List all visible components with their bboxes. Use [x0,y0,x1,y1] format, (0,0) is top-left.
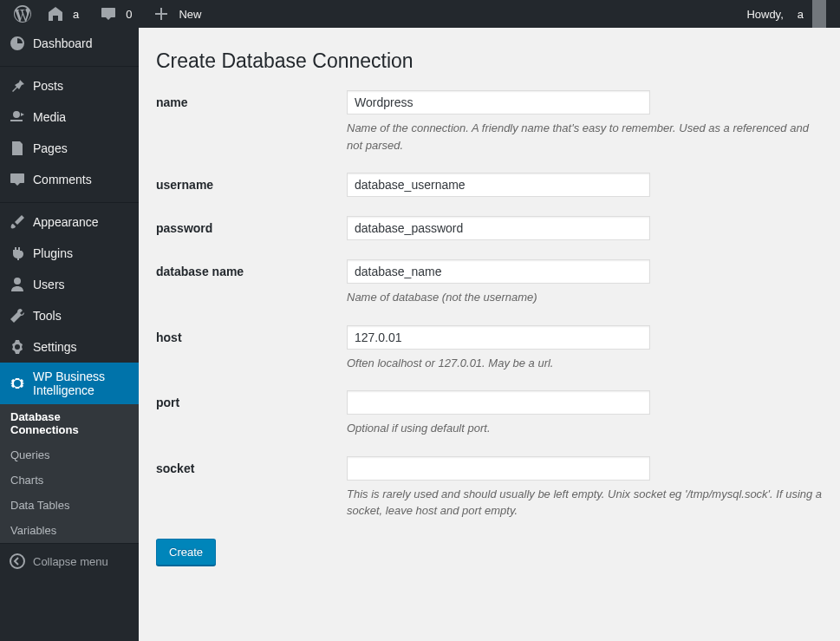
desc-socket: This is rarely used and should usually b… [347,486,823,520]
sidebar-item-posts[interactable]: Posts [0,70,139,101]
comment-count: 0 [120,0,137,28]
plus-icon [153,5,170,23]
page-title: Create Database Connection [156,49,823,73]
sidebar-item-tools[interactable]: Tools [0,300,139,331]
media-icon [9,108,26,126]
desc-dbname: Name of database (not the username) [347,289,823,306]
submenu-charts[interactable]: Charts [0,468,139,493]
host-input[interactable] [347,325,650,350]
comment-icon [100,5,117,23]
svg-point-0 [10,554,24,568]
wp-logo[interactable] [9,0,36,28]
label-name: name [156,90,347,154]
collapse-icon [9,553,26,570]
plugin-icon [9,245,26,262]
sidebar-item-wp-business-intelligence[interactable]: WP Business Intelligence [0,363,139,404]
wrench-icon [9,307,26,324]
page-icon [9,140,26,157]
label-port: port [156,390,347,437]
submenu-database-connections[interactable]: Database Connections [0,404,139,442]
create-button[interactable]: Create [156,539,216,566]
submenu-queries[interactable]: Queries [0,442,139,468]
collapse-menu[interactable]: Collapse menu [0,543,139,579]
sidebar-item-label: Plugins [33,246,73,260]
dashboard-icon [9,35,26,52]
home-icon [47,5,64,23]
sidebar-item-label: Pages [33,141,68,155]
label-password: password [156,216,347,240]
settings-icon [9,338,26,356]
sidebar-item-label: Users [33,278,65,291]
sidebar-item-label: Appearance [33,215,99,229]
comments-link[interactable]: 0 [94,0,142,28]
gear-icon [9,375,26,392]
label-dbname: database name [156,259,347,306]
name-input[interactable] [347,90,650,114]
site-name: a [68,0,84,28]
brush-icon [9,213,26,231]
label-socket: socket [156,456,347,520]
user-icon [9,276,26,293]
username-input[interactable] [347,173,650,197]
sidebar-item-label: Dashboard [33,36,93,50]
sidebar-item-label: WP Business Intelligence [33,370,130,397]
howdy-prefix: Howdy, [741,0,788,28]
sidebar-item-dashboard[interactable]: Dashboard [0,28,139,59]
sidebar-item-label: Settings [33,340,77,354]
desc-port: Optional if using default port. [347,420,823,437]
pin-icon [9,77,26,95]
label-host: host [156,325,347,372]
sidebar-item-label: Comments [33,173,92,186]
submenu-variables[interactable]: Variables [0,518,139,543]
avatar [812,0,826,28]
howdy-user: a [792,0,809,28]
sidebar-item-label: Tools [33,309,62,323]
desc-host: Often localhost or 127.0.01. May be a ur… [347,355,823,372]
sidebar-item-label: Posts [33,79,63,93]
site-home-link[interactable]: a [42,0,89,28]
sidebar-item-appearance[interactable]: Appearance [0,206,139,238]
desc-name: Name of the connection. A friendly name … [347,120,823,154]
collapse-label: Collapse menu [33,555,108,568]
wordpress-icon [14,5,31,23]
new-label: New [173,0,206,28]
sidebar-item-plugins[interactable]: Plugins [0,238,139,269]
submenu-data-tables[interactable]: Data Tables [0,493,139,518]
sidebar-separator [0,62,139,67]
sidebar-item-label: Media [33,110,66,124]
sidebar-item-media[interactable]: Media [0,101,139,133]
sidebar-item-pages[interactable]: Pages [0,133,139,164]
sidebar-item-comments[interactable]: Comments [0,164,139,195]
user-account-link[interactable]: Howdy, a [736,0,831,28]
new-content-link[interactable]: New [147,0,212,28]
dbname-input[interactable] [347,259,650,284]
socket-input[interactable] [347,456,650,481]
sidebar-item-settings[interactable]: Settings [0,331,139,363]
label-username: username [156,173,347,197]
comment-icon [9,171,26,188]
sidebar-item-users[interactable]: Users [0,269,139,300]
password-input[interactable] [347,216,650,240]
sidebar-separator [0,199,139,203]
port-input[interactable] [347,390,650,415]
